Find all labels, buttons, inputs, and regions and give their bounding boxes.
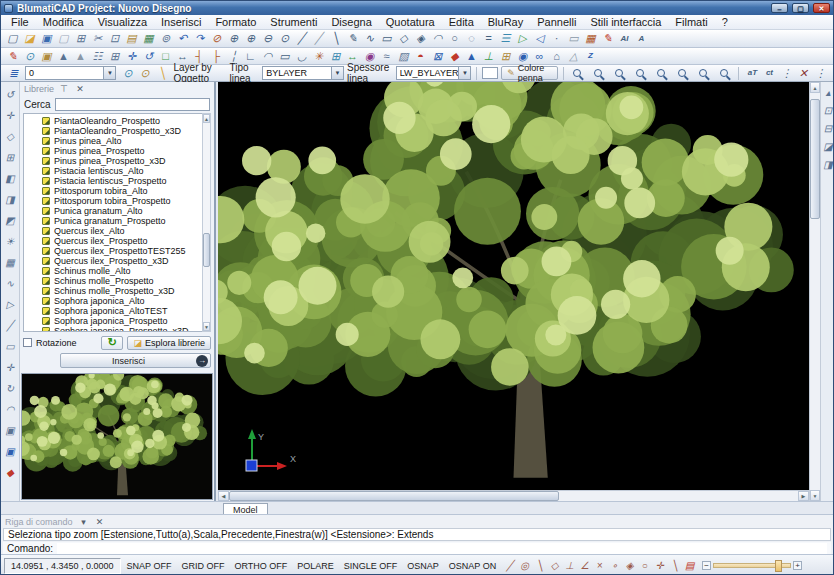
fillet-icon[interactable]: ◠ [259,49,276,64]
colore-penna-button[interactable]: ✎ Colore penna [501,66,558,80]
pyramid-icon[interactable]: ▲ [463,49,480,64]
render-icon[interactable]: ◩ [2,210,18,231]
array-icon[interactable]: ☷ [89,49,106,64]
scroll-up-icon[interactable]: ▴ [821,84,834,102]
list-item[interactable]: Quercus ilex_Prospetto_x3D [26,256,210,266]
zoom-dynamic-tool-icon[interactable] [590,66,607,81]
close-icon[interactable]: ✕ [74,84,86,94]
list-item[interactable]: Pinus pinea_Prospetto_x3D [26,156,210,166]
image-icon[interactable]: ▦ [140,31,157,46]
maximize-button[interactable]: ▢ [792,3,809,13]
annotation-icon[interactable]: ct [761,66,778,81]
scroll-thumb[interactable] [229,491,559,501]
3d-move-icon[interactable]: ✛ [2,357,18,378]
zoom-realtime-icon[interactable]: ⊕ [225,31,242,46]
menu-item[interactable]: Filmati [668,15,714,29]
redo-icon[interactable]: ↷ [191,31,208,46]
wipeout-icon[interactable]: ▨ [395,49,412,64]
scroll-up-icon[interactable]: ▲ [810,82,820,93]
export-block-icon[interactable]: ◨ [821,156,834,174]
menu-item[interactable]: Visualizza [91,15,154,29]
cone-icon[interactable]: ◆ [446,49,463,64]
list-item[interactable]: PiantaOleandro_Prospetto_x3D [26,126,210,136]
paste-icon[interactable]: ▤ [123,31,140,46]
list-item[interactable]: Sophora japonica_AltoTEST [26,306,210,316]
slider-track[interactable] [713,563,791,568]
spessore-linea-select[interactable]: LW_BYLAYER ▼ [396,66,472,80]
menu-item[interactable]: Strumenti [263,15,324,29]
list-item[interactable]: Sophora japonica_Prospetto [26,316,210,326]
scroll-down-icon[interactable]: ▼ [810,490,820,501]
cut-icon[interactable]: ✂ [89,31,106,46]
list-item[interactable]: Quercus ilex_ProspettoTEST255 [26,246,210,256]
insert-block-icon[interactable]: ▷ [514,31,531,46]
snap-insert-icon[interactable]: ▤ [682,559,697,573]
point-icon[interactable]: · [548,31,565,46]
snap-node-icon[interactable]: ∘ [607,559,622,573]
horizontal-scrollbar[interactable]: ◀ ▶ [218,490,809,501]
named-views-icon[interactable]: ◇ [2,126,18,147]
hatch-icon[interactable]: ☰ [497,31,514,46]
scroll-up-icon[interactable]: ▲ [203,114,210,123]
3d-array-icon[interactable]: ⊞ [106,49,123,64]
pen-color-swatch[interactable] [482,67,498,79]
snap-angle-icon[interactable]: ∠ [577,559,592,573]
layer-select[interactable]: 0 ▼ [25,66,116,80]
red-tool-icon[interactable]: ◆ [2,462,18,483]
text-style-icon[interactable]: aT [744,66,761,81]
paint-icon[interactable]: ✎ [599,31,616,46]
menu-item[interactable]: BluRay [481,15,530,29]
save-icon[interactable]: ▣ [38,31,55,46]
collapse-icon[interactable]: ▾ [79,517,89,527]
snap-circle-icon[interactable]: ○ [637,559,652,573]
erase-tool-icon[interactable]: ✕ [795,66,812,81]
erase-icon[interactable]: ✎ [4,49,21,64]
slice-icon[interactable]: ▭ [2,336,18,357]
ole-object-icon[interactable]: ⊚ [157,31,174,46]
shade-icon[interactable]: ◧ [2,168,18,189]
view-cube-icon[interactable]: ⊞ [2,147,18,168]
snap-polygon-icon[interactable]: ◇ [547,559,562,573]
match-properties-icon[interactable]: ⊙ [21,49,38,64]
ucs-icon[interactable]: ⊥ [480,49,497,64]
zoom-in-tool-icon[interactable] [653,66,670,81]
command-input[interactable] [57,543,827,554]
zoom-all-tool-icon[interactable] [716,66,733,81]
menu-item[interactable]: Pannelli [530,15,583,29]
snap-midpoint-icon[interactable]: ╲ [532,559,547,573]
list-item[interactable]: Sophora japonica_Alto [26,296,210,306]
menu-item[interactable]: Edita [442,15,481,29]
menu-item[interactable]: Quotatura [379,15,442,29]
list-item[interactable]: Pinus pinea_Alto [26,136,210,146]
scroll-down-icon[interactable]: ▼ [203,322,210,331]
list-item[interactable]: Schinus molle_Prospetto_x3D [26,286,210,296]
drawing-canvas[interactable]: Y X [218,82,809,490]
list-item[interactable]: PiantaOleandro_Prospetto [26,116,210,126]
circle-icon[interactable]: ○ [446,31,463,46]
arc-icon[interactable]: ◠ [429,31,446,46]
print-icon[interactable]: ⊞ [72,31,89,46]
block-editor-icon[interactable]: ▣ [38,49,55,64]
3d-rotate-icon[interactable]: ↻ [2,378,18,399]
scroll-left-icon[interactable]: ◀ [218,491,229,501]
status-toggle[interactable]: POLARE [292,559,339,573]
list-item[interactable]: Pinus pinea_Prospetto [26,146,210,156]
section-icon[interactable]: ╱ [2,315,18,336]
material-icon[interactable]: ▦ [2,252,18,273]
explode-icon[interactable]: ✳ [310,49,327,64]
inserisci-button[interactable]: Inserisci → [60,353,211,368]
layer-manager-icon[interactable]: ≣ [5,66,22,81]
polygon-icon[interactable]: ◇ [395,31,412,46]
move-icon[interactable]: ✛ [123,49,140,64]
status-toggle[interactable]: OSNAP ON [444,559,501,573]
new-drawing-icon[interactable]: ▢ [4,31,21,46]
undo-icon[interactable]: ↶ [174,31,191,46]
copy-properties-icon[interactable]: ⊡ [821,102,834,120]
menu-item[interactable]: Disegna [324,15,378,29]
zoom-window-icon[interactable]: ⊙ [276,31,293,46]
list-item[interactable]: Punica granatum_Prospetto [26,216,210,226]
list-scrollbar[interactable]: ▲ ▼ [202,113,211,332]
region-icon[interactable]: ▭ [565,31,582,46]
paste-properties-icon[interactable]: ⊟ [821,120,834,138]
rectangle-icon[interactable]: ▭ [378,31,395,46]
